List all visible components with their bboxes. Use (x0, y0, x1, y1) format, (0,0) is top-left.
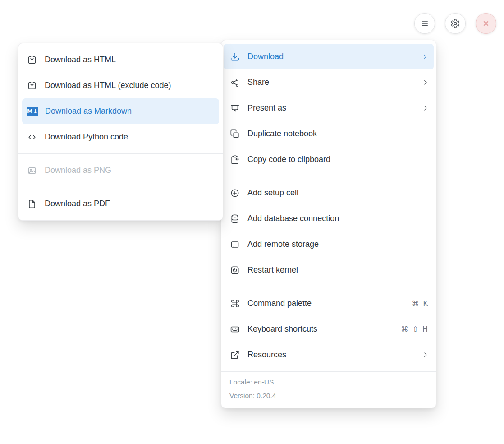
menu-item-label: Add setup cell (247, 188, 429, 198)
chevron-right-icon (422, 79, 429, 86)
submenu-item-label: Download as HTML (exclude code) (45, 81, 215, 90)
shortcut-hint: ⌘ ⇧ H (401, 325, 429, 333)
hard-drive-icon (229, 240, 241, 250)
menu-item-resources[interactable]: Resources (221, 342, 436, 368)
power-icon (229, 265, 241, 275)
submenu-item-download-as-pdf[interactable]: Download as PDF (18, 191, 223, 217)
menu-item-add-setup-cell[interactable]: Add setup cell (221, 180, 436, 206)
menu-item-label: Command palette (247, 299, 405, 308)
image-icon (26, 166, 38, 176)
chevron-right-icon (422, 352, 429, 358)
duplicate-icon (229, 129, 241, 139)
menu-item-label: Download (247, 52, 415, 61)
submenu-item-label: Download Python code (45, 132, 215, 142)
menu-item-label: Restart kernel (247, 265, 429, 275)
chevron-right-icon (422, 105, 429, 111)
download-submenu: Download as HTML Download as HTML (exclu… (18, 43, 223, 221)
share-icon (229, 78, 241, 88)
shortcut-hint: ⌘ K (412, 299, 429, 308)
submenu-item-download-python-code[interactable]: Download Python code (18, 124, 223, 150)
presentation-icon (229, 103, 241, 113)
command-icon (229, 299, 241, 308)
menu-item-add-database-connection[interactable]: Add database connection (221, 206, 436, 231)
menu-item-present-as[interactable]: Present as (221, 95, 436, 121)
submenu-item-download-as-html[interactable]: Download as HTML (18, 47, 223, 73)
menu-item-download[interactable]: Download (224, 44, 434, 69)
gear-icon (450, 18, 460, 28)
menu-item-label: Duplicate notebook (247, 129, 429, 139)
external-link-icon (229, 350, 241, 360)
notebook-menu-button[interactable] (414, 13, 435, 34)
markdown-icon: M↓ (27, 107, 38, 116)
menu-footer: Locale: en-US Version: 0.20.4 (221, 372, 436, 408)
menu-item-duplicate-notebook[interactable]: Duplicate notebook (221, 121, 436, 147)
file-icon (26, 199, 38, 209)
shutdown-button[interactable] (476, 13, 496, 34)
menu-separator (18, 187, 223, 187)
submenu-item-label: Download as HTML (45, 55, 215, 65)
menu-item-label: Add database connection (247, 214, 429, 223)
menu-item-restart-kernel[interactable]: Restart kernel (221, 257, 436, 283)
submenu-item-label: Download as Markdown (45, 106, 215, 116)
chevron-right-icon (422, 53, 428, 60)
menu-item-label: Present as (247, 103, 415, 113)
download-icon (229, 52, 241, 62)
plus-circle-icon (229, 188, 241, 198)
menu-item-label: Copy code to clipboard (247, 155, 429, 164)
hamburger-menu-icon (420, 19, 429, 28)
version-text: Version: 0.20.4 (229, 389, 428, 402)
menu-item-label: Resources (247, 350, 415, 360)
markdown-badge: M↓ (27, 107, 38, 116)
menu-item-add-remote-storage[interactable]: Add remote storage (221, 231, 436, 257)
menu-item-command-palette[interactable]: Command palette ⌘ K (221, 291, 436, 316)
menu-separator (221, 176, 436, 176)
menu-item-label: Add remote storage (247, 240, 429, 249)
clipboard-copy-icon (229, 155, 241, 165)
menu-item-keyboard-shortcuts[interactable]: Keyboard shortcuts ⌘ ⇧ H (221, 316, 436, 342)
menu-item-label: Share (247, 78, 415, 87)
notebook-actions-menu: Download Share Present as Duplicate note… (221, 40, 436, 408)
submenu-item-download-as-png[interactable]: Download as PNG (18, 157, 223, 183)
box-download-icon (26, 81, 38, 91)
code-icon (26, 132, 38, 142)
database-icon (229, 214, 241, 224)
page-divider (0, 74, 18, 74)
menu-item-label: Keyboard shortcuts (247, 324, 394, 334)
menu-item-share[interactable]: Share (221, 69, 436, 95)
menu-separator (221, 287, 436, 287)
locale-text: Locale: en-US (229, 375, 428, 389)
submenu-item-download-as-markdown[interactable]: M↓ Download as Markdown (22, 98, 219, 124)
close-x-icon (482, 19, 490, 28)
menu-item-copy-code[interactable]: Copy code to clipboard (221, 147, 436, 172)
settings-button[interactable] (445, 13, 466, 34)
submenu-item-label: Download as PNG (45, 166, 215, 175)
box-download-icon (26, 55, 38, 65)
submenu-item-download-as-html-exclude-code[interactable]: Download as HTML (exclude code) (18, 73, 223, 98)
menu-separator (18, 153, 223, 154)
submenu-item-label: Download as PDF (45, 199, 215, 208)
keyboard-icon (229, 324, 241, 334)
